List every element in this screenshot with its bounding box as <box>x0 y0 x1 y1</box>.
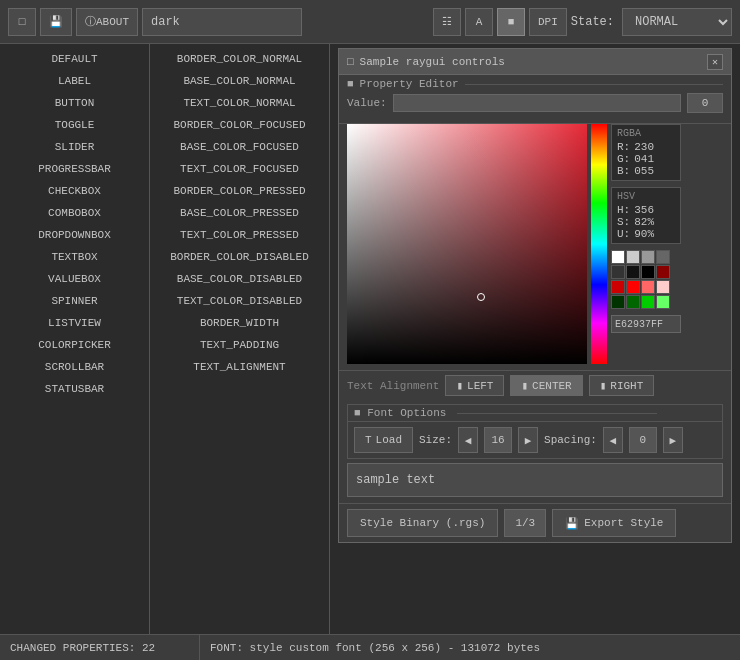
middle-item-border-color-pressed[interactable]: BORDER_COLOR_PRESSED <box>150 180 329 202</box>
sidebar-item-slider[interactable]: SLIDER <box>0 136 149 158</box>
hsv-v-row: U: 90% <box>617 228 675 240</box>
color-swatch[interactable] <box>641 295 655 309</box>
color-swatch[interactable] <box>611 265 625 279</box>
text-view-button[interactable]: A <box>465 8 493 36</box>
middle-item-text-color-focused[interactable]: TEXT_COLOR_FOCUSED <box>150 158 329 180</box>
middle-item-text-color-disabled[interactable]: TEXT_COLOR_DISABLED <box>150 290 329 312</box>
sidebar-item-button[interactable]: BUTTON <box>0 92 149 114</box>
sidebar-item-textbox[interactable]: TEXTBOX <box>0 246 149 268</box>
align-right-button[interactable]: ▮ RIGHT <box>589 375 655 396</box>
rgba-g-value: 041 <box>634 153 654 165</box>
sidebar-item-dropdownbox[interactable]: DROPDOWNBOX <box>0 224 149 246</box>
color-swatch[interactable] <box>611 280 625 294</box>
hsv-section: HSV H: 356 S: 82% U: 90% <box>611 187 681 244</box>
dpi-view-button[interactable]: DPI <box>529 8 567 36</box>
color-swatch[interactable] <box>641 280 655 294</box>
spacing-increase-button[interactable]: ▶ <box>663 427 683 453</box>
sidebar-item-progressbar[interactable]: PROGRESSBAR <box>0 158 149 180</box>
new-button[interactable]: □ <box>8 8 36 36</box>
middle-item-border-width[interactable]: BORDER_WIDTH <box>150 312 329 334</box>
hue-bar[interactable] <box>591 124 607 364</box>
spacing-value: 0 <box>629 427 657 453</box>
save-button[interactable]: 💾 <box>40 8 72 36</box>
middle-item-base-color-normal[interactable]: BASE_COLOR_NORMAL <box>150 70 329 92</box>
middle-item-base-color-focused[interactable]: BASE_COLOR_FOCUSED <box>150 136 329 158</box>
sidebar-item-default[interactable]: DEFAULT <box>0 48 149 70</box>
export-style-button[interactable]: 💾 Export Style <box>552 509 676 537</box>
sidebar-item-statusbar[interactable]: STATUSBAR <box>0 378 149 400</box>
hex-input[interactable] <box>611 315 681 333</box>
color-gradient[interactable] <box>347 124 587 364</box>
about-button[interactable]: ⓘ ABOUT <box>76 8 138 36</box>
section-line <box>465 84 723 85</box>
value-row: Value: 0 <box>339 93 731 117</box>
text-alignment-label: Text Alignment <box>347 380 439 392</box>
middle-item-border-color-disabled[interactable]: BORDER_COLOR_DISABLED <box>150 246 329 268</box>
font-options-section: ■ Font Options T Load Size: ◀ 16 ▶ Spaci… <box>347 404 723 459</box>
middle-item-base-color-pressed[interactable]: BASE_COLOR_PRESSED <box>150 202 329 224</box>
sample-text: sample text <box>356 473 435 487</box>
status-bar: CHANGED PROPERTIES: 22 FONT: style custo… <box>0 634 740 660</box>
middle-item-text-padding[interactable]: TEXT_PADDING <box>150 334 329 356</box>
hsv-s-value: 82% <box>634 216 654 228</box>
float-window-titlebar: □ Sample raygui controls ✕ <box>339 49 731 75</box>
middle-item-text-color-pressed[interactable]: TEXT_COLOR_PRESSED <box>150 224 329 246</box>
sidebar-item-colorpicker[interactable]: COLORPICKER <box>0 334 149 356</box>
align-left-button[interactable]: ▮ LEFT <box>445 375 504 396</box>
color-swatch[interactable] <box>656 265 670 279</box>
action-row: Style Binary (.rgs) 1/3 💾 Export Style <box>339 503 731 542</box>
sidebar-item-checkbox[interactable]: CHECKBOX <box>0 180 149 202</box>
sidebar-item-combobox[interactable]: COMBOBOX <box>0 202 149 224</box>
sidebar-item-scrollbar[interactable]: SCROLLBAR <box>0 356 149 378</box>
middle-item-text-color-normal[interactable]: TEXT_COLOR_NORMAL <box>150 92 329 114</box>
sidebar-item-label[interactable]: LABEL <box>0 70 149 92</box>
theme-input[interactable] <box>142 8 302 36</box>
align-right-icon: ▮ <box>600 379 607 392</box>
window-icon: □ <box>347 56 354 68</box>
sidebar-left: DEFAULT LABEL BUTTON TOGGLE SLIDER PROGR… <box>0 44 150 634</box>
color-swatch[interactable] <box>626 250 640 264</box>
color-swatch[interactable] <box>641 265 655 279</box>
sidebar-item-valuebox[interactable]: VALUEBOX <box>0 268 149 290</box>
float-window-title-text: □ Sample raygui controls <box>347 56 505 68</box>
spacing-decrease-button[interactable]: ◀ <box>603 427 623 453</box>
value-slider[interactable] <box>393 94 681 112</box>
middle-item-text-alignment[interactable]: TEXT_ALIGNMENT <box>150 356 329 378</box>
size-increase-button[interactable]: ▶ <box>518 427 538 453</box>
style-binary-button[interactable]: Style Binary (.rgs) <box>347 509 498 537</box>
color-swatch[interactable] <box>626 295 640 309</box>
grid-view-button[interactable]: ☷ <box>433 8 461 36</box>
color-swatch[interactable] <box>656 280 670 294</box>
sidebar-item-toggle[interactable]: TOGGLE <box>0 114 149 136</box>
sidebar-item-spinner[interactable]: SPINNER <box>0 290 149 312</box>
toolbar: □ 💾 ⓘ ABOUT ☷ A ■ DPI State: NORMAL FOCU… <box>0 0 740 44</box>
state-select[interactable]: NORMAL FOCUSED PRESSED DISABLED <box>622 8 732 36</box>
rgba-r-value: 230 <box>634 141 654 153</box>
color-info: RGBA R: 230 G: 041 B: 055 <box>611 124 681 364</box>
font-icon: T <box>365 434 372 446</box>
align-center-icon: ▮ <box>521 379 528 392</box>
window-close-button[interactable]: ✕ <box>707 54 723 70</box>
page-indicator: 1/3 <box>504 509 546 537</box>
hsv-s-label: S: <box>617 216 630 228</box>
middle-item-border-color-normal[interactable]: BORDER_COLOR_NORMAL <box>150 48 329 70</box>
color-swatch[interactable] <box>656 295 670 309</box>
color-swatch[interactable] <box>611 295 625 309</box>
middle-item-base-color-disabled[interactable]: BASE_COLOR_DISABLED <box>150 268 329 290</box>
color-swatch[interactable] <box>656 250 670 264</box>
middle-item-border-color-focused[interactable]: BORDER_COLOR_FOCUSED <box>150 114 329 136</box>
color-swatch[interactable] <box>641 250 655 264</box>
spacing-label: Spacing: <box>544 434 597 446</box>
align-center-button[interactable]: ▮ CENTER <box>510 375 582 396</box>
font-load-button[interactable]: T Load <box>354 427 413 453</box>
sample-text-box[interactable]: sample text <box>347 463 723 497</box>
hsv-h-label: H: <box>617 204 630 216</box>
color-swatch[interactable] <box>626 280 640 294</box>
sidebar-item-listview[interactable]: LISTVIEW <box>0 312 149 334</box>
rgba-title: RGBA <box>617 128 675 139</box>
value-number[interactable]: 0 <box>687 93 723 113</box>
color-swatch[interactable] <box>626 265 640 279</box>
color-view-button[interactable]: ■ <box>497 8 525 36</box>
color-swatch[interactable] <box>611 250 625 264</box>
size-decrease-button[interactable]: ◀ <box>458 427 478 453</box>
